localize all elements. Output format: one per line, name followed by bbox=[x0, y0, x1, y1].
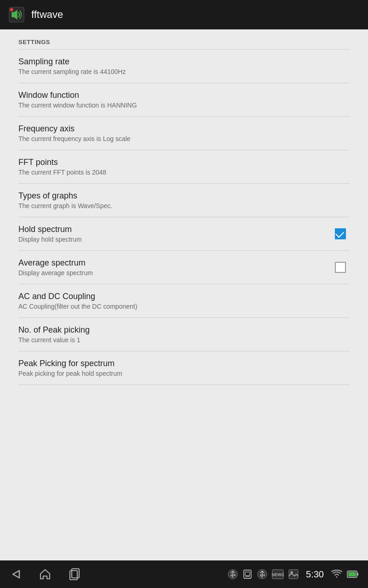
svg-point-2 bbox=[10, 8, 13, 11]
setting-item-fft-points[interactable]: FFT pointsThe current FFT points is 2048 bbox=[0, 150, 368, 183]
checkbox-hold-spectrum[interactable] bbox=[335, 228, 346, 239]
setting-title-average-spectrum: Average spectrum bbox=[18, 258, 331, 268]
svg-marker-4 bbox=[40, 570, 50, 579]
back-button[interactable] bbox=[9, 568, 22, 581]
setting-text-ac-dc-coupling: AC and DC CouplingAC Coupling(filter out… bbox=[18, 292, 350, 310]
wifi-icon bbox=[331, 570, 342, 579]
svg-text:NEWS: NEWS bbox=[272, 572, 284, 577]
setting-subtitle-sampling-rate: The current sampling rate is 44100Hz bbox=[18, 68, 350, 75]
setting-subtitle-fft-points: The current FFT points is 2048 bbox=[18, 169, 350, 176]
setting-title-frequency-axis: Frequency axis bbox=[18, 124, 350, 134]
setting-title-ac-dc-coupling: AC and DC Coupling bbox=[18, 292, 350, 301]
setting-title-sampling-rate: Sampling rate bbox=[18, 57, 350, 67]
setting-subtitle-types-of-graphs: The current graph is Wave/Spec. bbox=[18, 202, 350, 209]
setting-title-fft-points: FFT points bbox=[18, 158, 350, 167]
usb2-icon bbox=[257, 569, 267, 579]
news-icon: NEWS bbox=[272, 569, 284, 579]
setting-text-window-function: Window functionThe current window functi… bbox=[18, 90, 350, 109]
setting-item-types-of-graphs[interactable]: Types of graphsThe current graph is Wave… bbox=[0, 184, 368, 217]
svg-marker-3 bbox=[13, 571, 19, 578]
setting-item-peak-picking-spectrum[interactable]: Peak Picking for spectrumPeak picking fo… bbox=[0, 351, 368, 384]
setting-title-peak-picking-no: No. of Peak picking bbox=[18, 325, 350, 335]
setting-item-window-function[interactable]: Window functionThe current window functi… bbox=[0, 83, 368, 116]
svg-rect-11 bbox=[245, 572, 250, 576]
setting-text-hold-spectrum: Hold spectrumDisplay hold spectrum bbox=[18, 225, 331, 243]
setting-text-sampling-rate: Sampling rateThe current sampling rate i… bbox=[18, 57, 350, 75]
checkbox-average-spectrum[interactable] bbox=[335, 262, 346, 273]
setting-item-frequency-axis[interactable]: Frequency axisThe current frequency axis… bbox=[0, 117, 368, 150]
nav-left-controls bbox=[9, 568, 81, 581]
setting-item-sampling-rate[interactable]: Sampling rateThe current sampling rate i… bbox=[0, 50, 368, 83]
setting-title-hold-spectrum: Hold spectrum bbox=[18, 225, 331, 234]
setting-control-average-spectrum[interactable] bbox=[331, 258, 350, 277]
app-bar: fftwave bbox=[0, 0, 368, 29]
recents-button[interactable] bbox=[68, 568, 81, 581]
settings-list: Sampling rateThe current sampling rate i… bbox=[0, 50, 368, 385]
settings-header: SETTINGS bbox=[0, 29, 368, 49]
setting-text-fft-points: FFT pointsThe current FFT points is 2048 bbox=[18, 158, 350, 176]
final-divider bbox=[18, 384, 350, 385]
setting-text-peak-picking-no: No. of Peak pickingThe current value is … bbox=[18, 325, 350, 344]
setting-subtitle-window-function: The current window function is HANNING bbox=[18, 102, 350, 109]
status-time: 5:30 bbox=[306, 569, 324, 580]
home-button[interactable] bbox=[39, 568, 52, 581]
setting-item-peak-picking-no[interactable]: No. of Peak pickingThe current value is … bbox=[0, 318, 368, 351]
setting-subtitle-frequency-axis: The current frequency axis is Log scale bbox=[18, 135, 350, 142]
setting-item-average-spectrum[interactable]: Average spectrumDisplay average spectrum bbox=[0, 251, 368, 284]
setting-text-types-of-graphs: Types of graphsThe current graph is Wave… bbox=[18, 191, 350, 209]
usb-icon bbox=[228, 569, 238, 579]
svg-rect-22 bbox=[348, 572, 356, 577]
setting-text-peak-picking-spectrum: Peak Picking for spectrumPeak picking fo… bbox=[18, 359, 350, 377]
setting-item-ac-dc-coupling[interactable]: AC and DC CouplingAC Coupling(filter out… bbox=[0, 284, 368, 317]
sim-icon bbox=[242, 569, 253, 579]
battery-icon bbox=[347, 569, 359, 579]
app-title: fftwave bbox=[31, 9, 63, 21]
setting-subtitle-peak-picking-no: The current value is 1 bbox=[18, 336, 350, 344]
setting-subtitle-hold-spectrum: Display hold spectrum bbox=[18, 236, 331, 243]
settings-content: SETTINGS Sampling rateThe current sampli… bbox=[0, 29, 368, 560]
setting-control-hold-spectrum[interactable] bbox=[331, 225, 350, 243]
nav-right-status: NEWS 5:30 bbox=[228, 569, 359, 580]
setting-title-peak-picking-spectrum: Peak Picking for spectrum bbox=[18, 359, 350, 368]
setting-text-frequency-axis: Frequency axisThe current frequency axis… bbox=[18, 124, 350, 142]
setting-item-hold-spectrum[interactable]: Hold spectrumDisplay hold spectrum bbox=[0, 217, 368, 250]
svg-rect-21 bbox=[357, 573, 358, 576]
setting-title-window-function: Window function bbox=[18, 90, 350, 100]
image-icon bbox=[288, 569, 299, 579]
setting-subtitle-average-spectrum: Display average spectrum bbox=[18, 269, 331, 277]
setting-subtitle-peak-picking-spectrum: Peak picking for peak hold spectrum bbox=[18, 370, 350, 377]
setting-title-types-of-graphs: Types of graphs bbox=[18, 191, 350, 201]
app-icon bbox=[7, 6, 26, 24]
nav-bar: NEWS 5:30 bbox=[0, 560, 368, 588]
setting-text-average-spectrum: Average spectrumDisplay average spectrum bbox=[18, 258, 331, 277]
setting-subtitle-ac-dc-coupling: AC Coupling(filter out the DC component) bbox=[18, 303, 350, 310]
